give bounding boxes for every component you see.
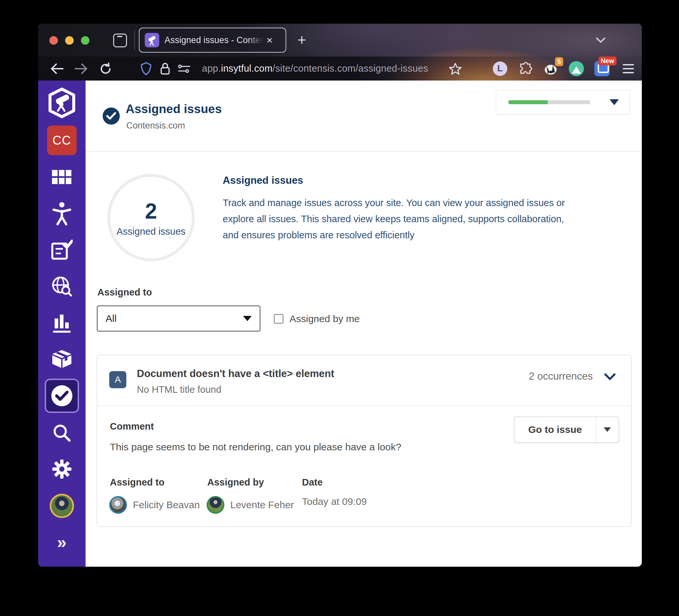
- extension-count-badge: 5: [555, 57, 563, 66]
- main-content: Assigned issues Contensis.com 2 Assigned…: [86, 80, 642, 567]
- issue-subtitle: No HTML title found: [137, 384, 221, 395]
- sidebar-item-accessibility[interactable]: [44, 202, 80, 226]
- collapse-chevron-icon[interactable]: [603, 372, 617, 384]
- issue-title: Document doesn't have a <title> element: [137, 368, 334, 380]
- tab-list-chevron-icon[interactable]: [593, 35, 608, 47]
- sidebery-icon[interactable]: New: [592, 57, 612, 80]
- page-title: Assigned issues: [126, 102, 222, 116]
- account-avatar[interactable]: L: [491, 57, 509, 80]
- column-header-date: Date: [302, 477, 323, 488]
- url-bar[interactable]: app.insytful.com/site/contensis.com/assi…: [202, 57, 428, 80]
- sidebar-item-dashboard[interactable]: [44, 165, 80, 189]
- select-caret-icon: [243, 316, 252, 321]
- new-badge: New: [599, 57, 616, 65]
- new-tab-button[interactable]: +: [297, 32, 306, 47]
- browser-window: Assigned issues - Contensis.co × +: [38, 24, 642, 567]
- tab-close-icon[interactable]: ×: [266, 35, 273, 45]
- card-divider: [97, 405, 631, 406]
- column-header-assigned-to: Assigned to: [110, 477, 164, 488]
- assigned-to-label: Assigned to: [97, 287, 152, 298]
- assignee-name: Felicity Beavan: [133, 499, 200, 511]
- bookmark-star-icon[interactable]: [445, 57, 466, 80]
- sidebar-item-reports[interactable]: [44, 311, 80, 335]
- assignee-avatar: [109, 496, 127, 514]
- dropdown-caret-icon: [604, 427, 611, 432]
- insytful-logo-icon[interactable]: [44, 91, 80, 115]
- browser-tab[interactable]: Assigned issues - Contensis.co ×: [139, 28, 286, 53]
- date-value: Today at 09:09: [302, 496, 367, 507]
- column-header-assigned-by: Assigned by: [207, 477, 264, 488]
- url-prefix: app.: [202, 63, 221, 74]
- occurrences-count: 2 occurrences: [529, 371, 593, 382]
- sidebar-item-content-checks[interactable]: [44, 238, 80, 262]
- sidebar-item-search[interactable]: [44, 421, 80, 445]
- site-badge: CC: [47, 126, 77, 155]
- assigned-by-me-label: Assigned by me: [290, 313, 360, 324]
- score-progress-track: [508, 100, 590, 104]
- search-icon: [52, 423, 71, 442]
- firefox-view-icon[interactable]: [113, 34, 127, 47]
- privacy-badger-icon[interactable]: 5: [541, 57, 560, 80]
- tracking-shield-icon[interactable]: [136, 57, 156, 80]
- grid-icon: [51, 169, 72, 185]
- accessibility-icon: [52, 202, 71, 226]
- site-score-widget[interactable]: [496, 90, 630, 115]
- package-icon: [51, 349, 73, 369]
- traffic-lights: [50, 36, 90, 45]
- navigation-toolbar: app.insytful.com/site/contensis.com/assi…: [38, 57, 642, 80]
- menu-hamburger-icon[interactable]: [618, 57, 639, 80]
- sidebar-expand-button[interactable]: »: [44, 531, 80, 554]
- app-frame: CC: [38, 80, 642, 567]
- section-description: Track and manage issues across your site…: [223, 195, 580, 243]
- vpn-icon[interactable]: [567, 57, 586, 80]
- globe-search-icon: [51, 276, 72, 297]
- sidebar-item-inventory[interactable]: [44, 347, 80, 371]
- issue-card: A Document doesn't have a <title> elemen…: [97, 355, 632, 527]
- insytful-favicon-icon: [145, 33, 159, 47]
- assigned-to-value: All: [106, 313, 117, 324]
- close-window-button[interactable]: [50, 36, 58, 45]
- back-icon[interactable]: [46, 57, 68, 80]
- date-cell: Today at 09:09: [302, 496, 367, 507]
- score-progress-fill: [508, 100, 548, 104]
- assigner-name: Levente Feher: [230, 499, 294, 511]
- url-domain: insytful.com: [221, 63, 273, 74]
- account-initial: L: [493, 62, 507, 76]
- go-to-issue-button[interactable]: Go to issue: [514, 416, 596, 443]
- page-subtitle: Contensis.com: [126, 121, 185, 131]
- assigned-to-select[interactable]: All: [97, 305, 261, 332]
- bar-chart-icon: [52, 313, 72, 333]
- tab-title: Assigned issues - Contensis.co: [164, 35, 263, 45]
- sidebar-user-avatar[interactable]: [44, 494, 80, 518]
- sidebar-item-assigned-issues[interactable]: [44, 383, 80, 408]
- score-dropdown-icon[interactable]: [610, 99, 619, 105]
- url-path: /site/contensis.com/assigned-issues: [272, 63, 428, 74]
- active-item-highlight: [45, 379, 79, 413]
- assigned-to-cell: Felicity Beavan: [109, 496, 200, 514]
- tab-strip: Assigned issues - Contensis.co × +: [38, 24, 642, 57]
- go-to-issue-dropdown[interactable]: [596, 416, 619, 443]
- go-to-issue-split-button: Go to issue: [514, 416, 619, 443]
- sidebar-item-settings[interactable]: [44, 457, 80, 481]
- assigned-by-cell: Levente Feher: [206, 496, 294, 514]
- stat-value: 2: [145, 199, 157, 224]
- lock-icon[interactable]: [156, 57, 174, 80]
- reload-icon[interactable]: [95, 57, 117, 80]
- minimize-window-button[interactable]: [65, 36, 74, 45]
- comment-text: This page seems to be not rendering, can…: [110, 441, 401, 453]
- browser-chrome: Assigned issues - Contensis.co × +: [38, 24, 642, 80]
- assigned-by-me-checkbox[interactable]: [274, 314, 284, 324]
- extensions-puzzle-icon[interactable]: [516, 57, 536, 80]
- sidebar-item-site-search[interactable]: [44, 274, 80, 299]
- zoom-window-button[interactable]: [81, 36, 90, 45]
- permissions-icon[interactable]: [174, 57, 194, 80]
- grade-badge: A: [109, 371, 126, 388]
- section-heading: Assigned issues: [223, 175, 303, 186]
- forward-icon[interactable]: [70, 57, 92, 80]
- user-avatar-photo: [50, 494, 74, 518]
- gear-icon: [52, 459, 72, 479]
- page-check-icon: [103, 107, 120, 125]
- document-check-icon: [51, 240, 73, 260]
- sidebar-item-site[interactable]: CC: [44, 128, 80, 153]
- page-header: Assigned issues Contensis.com: [86, 80, 642, 151]
